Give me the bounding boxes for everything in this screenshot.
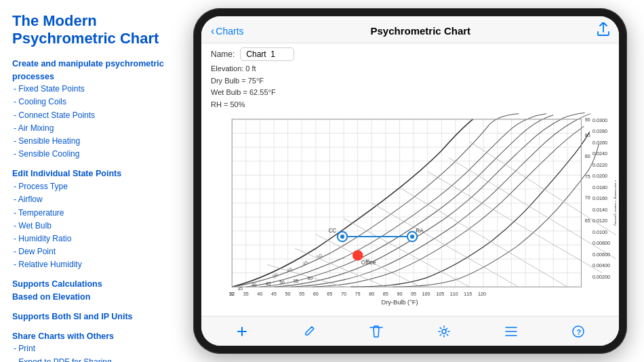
svg-text:0.0280: 0.0280 bbox=[592, 128, 607, 134]
svg-text:40: 40 bbox=[257, 291, 262, 297]
svg-text:CC: CC bbox=[328, 228, 336, 234]
svg-point-100 bbox=[340, 235, 344, 239]
svg-text:50: 50 bbox=[279, 280, 285, 285]
item-temperature: - Temperature bbox=[12, 207, 171, 220]
edit-button[interactable] bbox=[297, 321, 321, 342]
svg-text:0.00600: 0.00600 bbox=[592, 252, 610, 258]
svg-text:0.0140: 0.0140 bbox=[592, 207, 607, 213]
rh-text: RH = 50% bbox=[211, 99, 609, 110]
chart-info: Name: Elevation: 0 ft Dry Bulb = 75°F We… bbox=[201, 43, 619, 111]
share-button[interactable] bbox=[597, 22, 609, 39]
device-screen: ‹ Charts Psychrometric Chart Name: Eleva… bbox=[201, 16, 619, 346]
item-fixed-state: - Fixed State Points bbox=[12, 83, 171, 96]
delete-button[interactable] bbox=[364, 321, 388, 342]
app-screen-title: Psychrometric Chart bbox=[371, 25, 471, 37]
svg-text:90: 90 bbox=[397, 291, 402, 297]
create-items: - Fixed State Points - Cooling Coils - C… bbox=[12, 83, 171, 161]
chart-name-input[interactable] bbox=[240, 47, 294, 61]
svg-text:60: 60 bbox=[308, 276, 313, 281]
right-panel: ‹ Charts Psychrometric Chart Name: Eleva… bbox=[183, 0, 644, 362]
svg-text:Dry-Bulb (°F): Dry-Bulb (°F) bbox=[381, 299, 418, 306]
svg-text:45: 45 bbox=[271, 291, 277, 297]
back-button[interactable]: ‹ Charts bbox=[211, 25, 244, 37]
item-connect-state: - Connect State Points bbox=[12, 109, 171, 122]
elevation-text: Elevation: 0 ft bbox=[211, 63, 609, 75]
app-header: ‹ Charts Psychrometric Chart bbox=[201, 16, 619, 43]
share-header: Share Charts with Others bbox=[12, 330, 171, 343]
settings-button[interactable] bbox=[432, 321, 456, 342]
svg-text:100: 100 bbox=[422, 291, 430, 297]
device-mockup: ‹ Charts Psychrometric Chart Name: Eleva… bbox=[193, 8, 627, 354]
units-header: Supports Both SI and IP Units bbox=[12, 310, 171, 323]
svg-text:65: 65 bbox=[327, 291, 332, 297]
svg-text:0.0260: 0.0260 bbox=[592, 140, 607, 146]
svg-text:65: 65 bbox=[585, 218, 590, 224]
list-icon bbox=[504, 325, 518, 338]
drybulb-text: Dry Bulb = 75°F bbox=[211, 75, 609, 87]
psychrometric-chart-svg: 90 85 80 75 70 65 0.0300 0.0280 0.0260 0… bbox=[204, 111, 616, 316]
svg-text:120: 120 bbox=[478, 291, 486, 297]
svg-text:105: 105 bbox=[436, 291, 444, 297]
svg-text:70: 70 bbox=[585, 195, 590, 201]
item-sensible-heating: - Sensible Heating bbox=[12, 135, 171, 148]
calc-header: Supports CalculationsBased on Elevation bbox=[12, 278, 171, 304]
svg-text:60: 60 bbox=[313, 291, 319, 297]
svg-text:85: 85 bbox=[585, 132, 590, 138]
edit-icon bbox=[302, 325, 316, 338]
item-dew-point: - Dew Point bbox=[12, 245, 171, 258]
svg-text:50: 50 bbox=[285, 291, 291, 297]
plus-icon bbox=[235, 325, 249, 338]
edit-header: Edit Individual State Points bbox=[12, 167, 171, 180]
svg-text:0.00800: 0.00800 bbox=[592, 240, 610, 246]
svg-text:0.0240: 0.0240 bbox=[592, 150, 607, 157]
svg-text:55: 55 bbox=[299, 291, 304, 297]
svg-text:115: 115 bbox=[464, 291, 472, 297]
item-relative-humidity: - Relative Humidity bbox=[12, 258, 171, 271]
share-icon bbox=[597, 22, 609, 36]
item-process-type: - Process Type bbox=[12, 180, 171, 193]
main-title: The Modern Psychrometric Chart bbox=[12, 12, 171, 48]
svg-text:70: 70 bbox=[341, 291, 346, 297]
chevron-left-icon: ‹ bbox=[211, 25, 214, 37]
svg-text:45: 45 bbox=[266, 281, 271, 286]
help-button[interactable]: ? bbox=[566, 321, 590, 342]
svg-text:0.0160: 0.0160 bbox=[592, 195, 607, 201]
svg-text:0.0100: 0.0100 bbox=[592, 229, 607, 235]
list-button[interactable] bbox=[499, 321, 523, 342]
calc-section: Supports CalculationsBased on Elevation bbox=[12, 278, 171, 304]
edit-items: - Process Type - Airflow - Temperature -… bbox=[12, 180, 171, 271]
svg-point-112 bbox=[442, 329, 446, 334]
edit-section: Edit Individual State Points - Process T… bbox=[12, 167, 171, 271]
wetbulb-text: Wet Bulb = 62.55°F bbox=[211, 87, 609, 98]
svg-text:0.0120: 0.0120 bbox=[592, 218, 607, 224]
name-row: Name: bbox=[211, 47, 609, 61]
svg-text:110: 110 bbox=[450, 291, 458, 297]
name-label: Name: bbox=[211, 49, 235, 59]
svg-text:32: 32 bbox=[229, 291, 235, 296]
item-wet-bulb: - Wet Bulb bbox=[12, 220, 171, 233]
item-airflow: - Airflow bbox=[12, 193, 171, 206]
svg-text:RA: RA bbox=[416, 228, 424, 234]
add-button[interactable] bbox=[230, 321, 254, 342]
svg-text:75: 75 bbox=[585, 174, 590, 180]
svg-text:0.0300: 0.0300 bbox=[592, 117, 607, 123]
svg-text:0.0220: 0.0220 bbox=[592, 162, 607, 168]
back-label: Charts bbox=[216, 26, 243, 37]
svg-text:35: 35 bbox=[243, 291, 249, 297]
svg-text:0.0180: 0.0180 bbox=[592, 184, 607, 190]
create-header: Create and manipulate psychrometric proc… bbox=[12, 58, 171, 83]
item-export-pdf: - Export to PDF for Sharing and Markup bbox=[12, 356, 171, 362]
item-air-mixing: - Air Mixing bbox=[12, 122, 171, 135]
settings-icon bbox=[437, 325, 451, 338]
svg-text:?: ? bbox=[577, 328, 582, 336]
svg-text:75: 75 bbox=[355, 291, 361, 297]
item-sensible-cooling: - Sensible Cooling bbox=[12, 148, 171, 161]
units-section: Supports Both SI and IP Units bbox=[12, 310, 171, 323]
svg-text:Humidity Ratio (lb/lb): Humidity Ratio (lb/lb) bbox=[613, 180, 616, 226]
svg-point-105 bbox=[353, 251, 362, 260]
create-section: Create and manipulate psychrometric proc… bbox=[12, 58, 171, 161]
trash-icon bbox=[369, 324, 383, 339]
svg-text:80: 80 bbox=[369, 291, 374, 297]
svg-text:0.0200: 0.0200 bbox=[592, 173, 607, 179]
svg-text:85: 85 bbox=[383, 291, 388, 297]
